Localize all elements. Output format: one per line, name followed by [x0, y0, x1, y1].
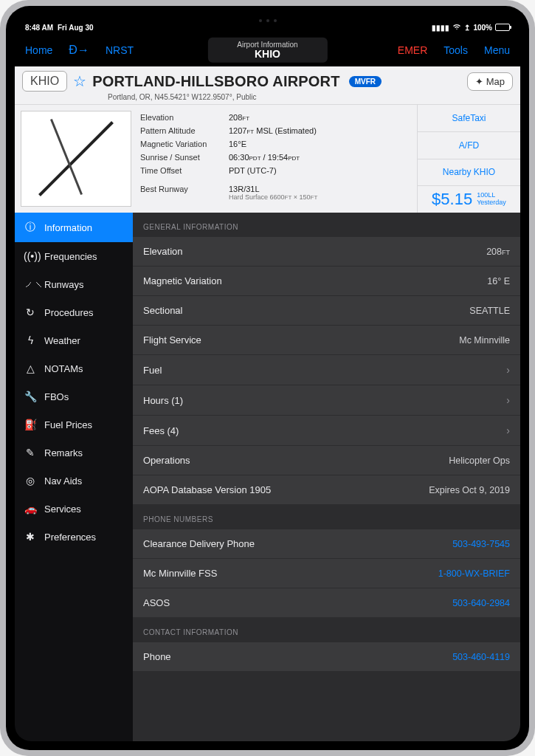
row-label: Phone — [143, 651, 171, 662]
row-label: Fees (4) — [143, 425, 179, 436]
sidebar-item-fbos[interactable]: 🔧FBOs — [15, 382, 133, 410]
fuel-price-meta: 100LLYesterday — [477, 192, 506, 207]
row-magvar: Magnetic Variation 16° E — [133, 267, 520, 296]
sidebar-item-navaids[interactable]: ◎Nav Aids — [15, 467, 133, 495]
signal-icon: ▮▮▮▮ — [432, 24, 449, 32]
sidebar-item-label: FBOs — [44, 391, 69, 402]
sidebar-item-label: NOTAMs — [44, 363, 83, 374]
chevron-right-icon: › — [506, 364, 510, 376]
compass-icon: ◎ — [24, 475, 37, 487]
flight-category-badge: MVFR — [349, 76, 382, 87]
content-pane[interactable]: GENERAL INFORMATION Elevation 208FT Magn… — [133, 213, 520, 741]
link-safetaxi[interactable]: SafeTaxi — [418, 105, 520, 132]
link-fuel-price[interactable]: $5.15 100LLYesterday — [418, 186, 520, 213]
row-value[interactable]: 503-640-2984 — [452, 598, 510, 608]
row-fuel[interactable]: Fuel › — [133, 355, 520, 385]
row-value[interactable]: 1-800-WX-BRIEF — [438, 568, 510, 579]
procedure-icon: ↻ — [24, 306, 37, 318]
row-label: Fuel — [143, 365, 162, 376]
chevron-right-icon: › — [506, 425, 510, 436]
sidebar-item-remarks[interactable]: ✎Remarks — [15, 439, 133, 467]
section-general-header: GENERAL INFORMATION — [133, 213, 520, 237]
status-time: 8:48 AM — [25, 24, 53, 32]
row-value[interactable]: 503-493-7545 — [452, 539, 510, 549]
antenna-icon: ((•)) — [24, 250, 37, 262]
facts-sun-value: 06:30PDT / 19:54PDT — [229, 153, 300, 162]
facts-offset-value: PDT (UTC-7) — [229, 166, 277, 175]
gear-icon: ✱ — [24, 531, 37, 543]
sidebar-item-label: Services — [44, 504, 81, 515]
row-asos[interactable]: ASOS 503-640-2984 — [133, 588, 520, 618]
row-elevation: Elevation 208FT — [133, 237, 520, 267]
sidebar-item-frequencies[interactable]: ((•))Frequencies — [15, 242, 133, 270]
sidebar-item-notams[interactable]: △NOTAMs — [15, 354, 133, 382]
facts-magvar-label: Magnetic Variation — [140, 140, 229, 148]
link-nearby[interactable]: Nearby KHIO — [418, 159, 520, 187]
row-label: Operations — [143, 455, 190, 466]
row-value[interactable]: 503-460-4119 — [452, 652, 510, 662]
row-label: Sectional — [143, 305, 182, 316]
battery-pct: 100% — [473, 24, 492, 32]
sidebar-item-label: Procedures — [44, 307, 93, 318]
facts-pattern-label: Pattern Altitude — [140, 126, 229, 135]
row-label: Hours (1) — [143, 395, 183, 406]
wifi-icon — [452, 23, 461, 32]
row-value: 16° E — [487, 276, 510, 286]
car-icon: 🚗 — [24, 503, 37, 515]
sidebar-item-services[interactable]: 🚗Services — [15, 495, 133, 523]
nav-up-icon: ↥ — [464, 24, 470, 32]
facts-sun-label: Sunrise / Sunset — [140, 153, 229, 162]
nav-emer[interactable]: EMER — [398, 44, 427, 56]
airport-id-chip[interactable]: KHIO — [22, 71, 67, 92]
nav-home[interactable]: Home — [25, 44, 52, 56]
section-phone-header: PHONE NUMBERS — [133, 505, 520, 529]
row-label: Mc Minnville FSS — [143, 568, 217, 579]
map-button-label: Map — [486, 76, 505, 87]
sidebar-item-label: Information — [44, 222, 92, 233]
weather-icon: ϟ — [24, 334, 37, 346]
sidebar-item-procedures[interactable]: ↻Procedures — [15, 298, 133, 326]
nav-tools[interactable]: Tools — [443, 44, 468, 56]
sidebar-item-label: Weather — [44, 335, 80, 346]
row-contact-phone[interactable]: Phone 503-460-4119 — [133, 642, 520, 672]
facts-bestrwy-label: Best Runway — [140, 185, 229, 201]
sidebar-item-preferences[interactable]: ✱Preferences — [15, 523, 133, 551]
row-label: ASOS — [143, 597, 170, 608]
row-fees[interactable]: Fees (4) › — [133, 416, 520, 446]
row-label: Clearance Delivery Phone — [143, 538, 255, 549]
fuel-icon: ⛽ — [24, 419, 37, 430]
nav-nrst[interactable]: NRST — [106, 44, 134, 56]
row-clearance-phone[interactable]: Clearance Delivery Phone 503-493-7545 — [133, 529, 520, 559]
link-afd[interactable]: A/FD — [418, 132, 520, 159]
battery-icon — [495, 24, 510, 31]
info-icon: ⓘ — [24, 221, 37, 234]
sidebar-item-runways[interactable]: ⟋⟍Runways — [15, 270, 133, 298]
row-value: 208FT — [486, 247, 510, 257]
sidebar-item-label: Nav Aids — [44, 475, 82, 487]
section-contact-header: CONTACT INFORMATION — [133, 618, 520, 642]
direct-to-icon[interactable]: Đ→ — [69, 44, 89, 57]
airport-diagram[interactable] — [21, 111, 131, 207]
airport-facts: Elevation208FT Pattern Altitude1207FT MS… — [137, 105, 417, 213]
edit-icon: ✎ — [24, 447, 37, 458]
favorite-star-icon[interactable]: ☆ — [73, 72, 86, 90]
sidebar-item-weather[interactable]: ϟWeather — [15, 326, 133, 354]
facts-magvar-value: 16°E — [229, 140, 246, 148]
row-mcminnville-fss[interactable]: Mc Minnville FSS 1-800-WX-BRIEF — [133, 559, 520, 588]
row-hours[interactable]: Hours (1) › — [133, 385, 520, 416]
sidebar-item-fuel-prices[interactable]: ⛽Fuel Prices — [15, 410, 133, 439]
nav-title[interactable]: Airport Information KHIO — [207, 38, 327, 63]
nav-menu[interactable]: Menu — [484, 44, 510, 56]
airport-header: KHIO ☆ PORTLAND-HILLSBORO AIRPORT MVFR ✦… — [15, 66, 520, 213]
facts-pattern-value: 1207FT MSL (Estimated) — [229, 126, 317, 135]
airport-location-line: Portland, OR, N45.5421° W122.9507°, Publ… — [15, 93, 520, 104]
nav-title-bottom: KHIO — [237, 49, 297, 60]
row-sectional: Sectional SEATTLE — [133, 296, 520, 326]
sidebar-item-label: Frequencies — [44, 251, 97, 262]
row-label: AOPA Database Version 1905 — [143, 484, 271, 495]
map-button[interactable]: ✦ Map — [467, 72, 513, 91]
sidebar-item-label: Runways — [44, 279, 83, 290]
sidebar-item-information[interactable]: ⓘInformation — [15, 213, 133, 242]
row-value: Helicopter Ops — [449, 456, 510, 466]
wrench-icon: 🔧 — [24, 391, 37, 402]
